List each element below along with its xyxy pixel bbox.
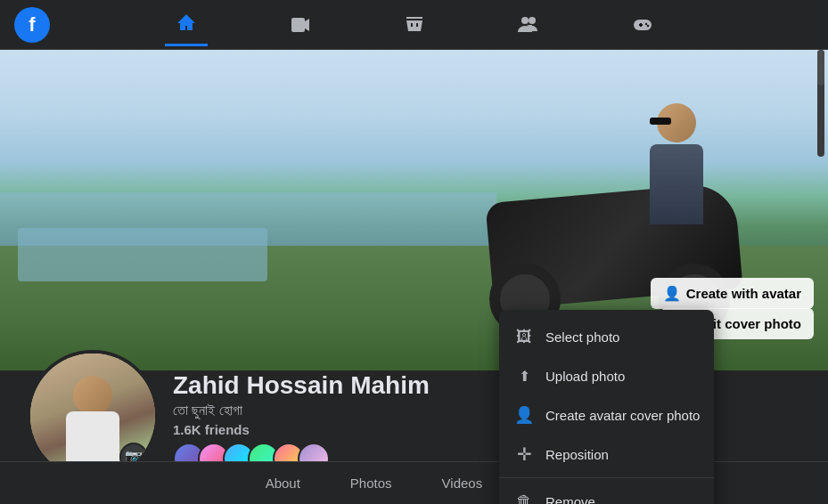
- select-photo-icon: 🖼: [513, 326, 535, 347]
- cover-water-body: [18, 228, 267, 281]
- dropdown-divider: [499, 477, 714, 478]
- reposition-icon: ✛: [513, 443, 535, 465]
- svg-point-2: [521, 17, 529, 24]
- reposition-label: Reposition: [545, 447, 609, 462]
- select-photo-label: Select photo: [545, 329, 619, 345]
- nav-marketplace[interactable]: [393, 4, 436, 46]
- tab-photos[interactable]: Photos: [329, 468, 414, 498]
- scroll-thumb[interactable]: [817, 50, 824, 85]
- svg-point-8: [646, 24, 648, 26]
- reposition-item[interactable]: ✛ Reposition: [499, 435, 714, 474]
- select-photo-item[interactable]: 🖼 Select photo: [499, 317, 714, 356]
- person-figure: [641, 103, 712, 246]
- nav-gaming[interactable]: [621, 4, 664, 46]
- nav-video[interactable]: [279, 4, 322, 46]
- facebook-logo[interactable]: f: [14, 7, 50, 43]
- create-avatar-cover-item[interactable]: 👤 Create avatar cover photo: [499, 395, 714, 435]
- nav-home[interactable]: [165, 4, 208, 46]
- create-avatar-label: Create with avatar: [686, 286, 801, 301]
- remove-icon: 🗑: [513, 491, 535, 504]
- upload-photo-icon: ⬆: [513, 365, 535, 386]
- svg-marker-1: [305, 19, 309, 31]
- nav-people[interactable]: [507, 4, 550, 46]
- svg-rect-0: [291, 18, 305, 32]
- cover-photo-dropdown: 🖼 Select photo ⬆ Upload photo 👤 Create a…: [499, 310, 714, 504]
- avatar-icon: 👤: [663, 285, 681, 302]
- tab-about[interactable]: About: [244, 468, 322, 498]
- upload-photo-item[interactable]: ⬆ Upload photo: [499, 356, 714, 395]
- top-navigation: f: [0, 0, 828, 50]
- create-avatar-cover-label: Create avatar cover photo: [545, 408, 700, 423]
- remove-item[interactable]: 🗑 Remove: [499, 482, 714, 504]
- svg-point-7: [644, 22, 646, 24]
- scrollbar[interactable]: [817, 50, 824, 157]
- tab-videos[interactable]: Videos: [421, 468, 504, 498]
- svg-point-3: [529, 17, 536, 24]
- create-avatar-button[interactable]: 👤 Create with avatar: [651, 278, 814, 309]
- upload-photo-label: Upload photo: [545, 369, 625, 384]
- create-avatar-cover-icon: 👤: [513, 404, 535, 426]
- remove-label: Remove: [545, 494, 595, 505]
